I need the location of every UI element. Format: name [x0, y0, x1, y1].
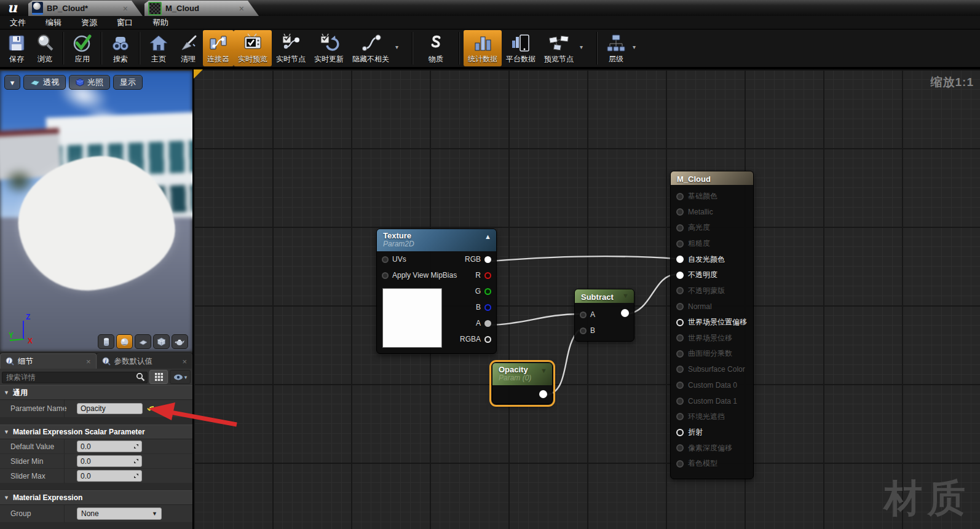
material-graph-canvas[interactable]: 缩放1:1 材质 Texture Param2D ▲ UVs Apply Vie… — [194, 69, 980, 529]
preview-shape-cube-button[interactable] — [153, 334, 170, 349]
wire-texture-rgb-to-emissive[interactable] — [491, 256, 676, 261]
node-opacity-param[interactable]: Opacity Param (0) ▼ — [492, 362, 553, 404]
dropdown-caret-icon[interactable]: ▾ — [580, 44, 583, 50]
material-pin-base-color[interactable]: 基础颜色 — [671, 189, 753, 205]
live-preview-button[interactable]: 实时预览 — [234, 30, 272, 66]
node-subtract[interactable]: Subtract ▼ A B — [574, 289, 634, 342]
stats-button[interactable]: 统计数据 — [464, 30, 502, 66]
lit-mode-button[interactable]: 光照 — [69, 75, 110, 90]
preview-node-button[interactable]: 预览节点 ▾ — [540, 30, 578, 66]
material-pin-refraction[interactable]: 折射 — [671, 425, 753, 441]
material-pin-normal[interactable]: Normal — [671, 299, 753, 315]
search-button[interactable]: 搜索 — [106, 30, 135, 66]
material-pin-shading-model[interactable]: 着色模型 — [671, 456, 753, 472]
tab-bp-cloud[interactable]: BP_Cloud* × — [28, 1, 143, 16]
pin-circle-icon[interactable] — [676, 398, 684, 405]
material-pin-opacity[interactable]: 不透明度 — [671, 267, 753, 283]
save-button[interactable]: 保存 — [2, 30, 31, 66]
close-icon[interactable]: × — [182, 357, 187, 366]
clean-up-button[interactable]: 清理 — [173, 30, 203, 66]
material-pin-custom-data-0[interactable]: Custom Data 0 — [671, 377, 753, 393]
property-matrix-button[interactable] — [149, 370, 168, 384]
material-pin-opacity-mask[interactable]: 不透明蒙版 — [671, 283, 753, 299]
material-pin-specular[interactable]: 高光度 — [671, 220, 753, 236]
pin-circle-icon[interactable] — [580, 327, 587, 334]
pin-circle-icon[interactable] — [676, 366, 684, 373]
browse-button[interactable]: 浏览 — [31, 30, 59, 66]
pin-opacity-output[interactable] — [539, 390, 547, 398]
reset-to-default-icon[interactable] — [146, 405, 155, 413]
pin-r[interactable]: R — [377, 267, 496, 283]
hide-unrelated-button[interactable]: 隐藏不相关 ▾ — [348, 30, 393, 66]
pin-circle-icon[interactable] — [484, 336, 491, 343]
collapse-node-icon[interactable]: ▲ — [484, 233, 491, 240]
pin-circle-icon[interactable] — [484, 320, 491, 327]
preview-shape-cylinder-button[interactable] — [98, 334, 114, 349]
pin-circle-icon[interactable] — [484, 256, 491, 263]
substance-button[interactable]: 物质 — [417, 30, 455, 66]
node-header[interactable]: Subtract ▼ — [575, 289, 634, 303]
node-header[interactable]: Opacity Param (0) ▼ — [492, 363, 552, 385]
material-pin-ambient-occlusion[interactable]: 环境光遮挡 — [671, 409, 753, 425]
drag-handle-icon[interactable] — [133, 458, 139, 464]
show-button[interactable]: 显示 — [113, 75, 143, 90]
hierarchy-button[interactable]: 层级 ▾ — [601, 30, 631, 66]
pin-circle-icon[interactable] — [676, 319, 684, 326]
pin-circle-icon[interactable] — [676, 272, 684, 279]
viewport-options-dropdown[interactable]: ▾ — [4, 75, 20, 90]
material-pin-custom-data-1[interactable]: Custom Data 1 — [671, 393, 753, 409]
pin-circle-icon[interactable] — [484, 304, 491, 311]
pin-circle-icon[interactable] — [676, 429, 684, 436]
apply-button[interactable]: 应用 — [68, 30, 97, 66]
node-texture-param2d[interactable]: Texture Param2D ▲ UVs Apply View MipBias… — [376, 229, 497, 354]
pin-circle-icon[interactable] — [676, 240, 684, 248]
node-m-cloud-result[interactable]: M_Cloud 基础颜色 Metallic 高光度 粗糙度 自发光颜色 不透明度… — [670, 171, 754, 479]
pin-circle-icon[interactable] — [484, 272, 491, 279]
pin-circle-icon[interactable] — [676, 303, 684, 310]
pin-circle-icon[interactable] — [676, 224, 684, 232]
menu-item-assets[interactable]: 资源 — [71, 17, 107, 28]
menu-item-file[interactable]: 文件 — [0, 17, 36, 28]
live-update-button[interactable]: 实时更新 — [310, 30, 348, 66]
pin-circle-icon[interactable] — [676, 460, 684, 468]
pin-subtract-output[interactable] — [621, 309, 629, 317]
material-pin-world-position-offset[interactable]: 世界场景位置偏移 — [671, 315, 753, 331]
material-pin-metallic[interactable]: Metallic — [671, 205, 753, 221]
details-search-input[interactable] — [2, 372, 148, 383]
pin-circle-icon[interactable] — [676, 256, 684, 263]
menu-item-window[interactable]: 窗口 — [107, 17, 143, 28]
connectors-button[interactable]: 连接器 — [203, 30, 234, 66]
platform-stats-button[interactable]: 平台数据 — [502, 30, 540, 66]
default-value-input[interactable] — [77, 442, 133, 452]
pin-rgb[interactable]: RGB — [377, 251, 496, 267]
parameter-name-input[interactable] — [77, 403, 143, 414]
slider-max-input[interactable] — [77, 471, 133, 481]
view-filter-button[interactable]: ▾ — [170, 370, 191, 384]
close-icon[interactable]: × — [86, 357, 91, 366]
close-icon[interactable]: × — [238, 4, 245, 14]
menu-item-help[interactable]: 帮助 — [143, 17, 178, 28]
pin-circle-icon[interactable] — [676, 350, 684, 358]
collapse-node-icon[interactable]: ▼ — [540, 367, 547, 374]
preview-shape-sphere-button[interactable] — [116, 334, 133, 349]
home-button[interactable]: 主页 — [144, 30, 173, 66]
section-material-expression-header[interactable]: ▼ Material Expression — [0, 490, 192, 505]
node-header[interactable]: M_Cloud — [671, 171, 753, 185]
pin-circle-icon[interactable] — [676, 413, 684, 420]
dropdown-caret-icon[interactable]: ▾ — [633, 44, 636, 50]
node-header[interactable]: Texture Param2D ▲ — [377, 229, 496, 251]
close-icon[interactable]: × — [122, 4, 129, 14]
preview-shape-teapot-button[interactable] — [172, 334, 188, 349]
material-preview-viewport[interactable]: ▾ 透视 光照 显示 Z Y X — [0, 71, 192, 351]
wire-texture-a-to-subtract-a[interactable] — [491, 314, 579, 325]
pin-circle-icon[interactable] — [484, 288, 491, 295]
slider-min-input[interactable] — [77, 457, 133, 466]
pin-circle-icon[interactable] — [676, 193, 684, 200]
group-dropdown[interactable]: None ▼ — [77, 507, 162, 520]
pin-subtract-b[interactable]: B — [575, 323, 634, 339]
pin-circle-icon[interactable] — [676, 208, 684, 216]
pin-circle-icon[interactable] — [676, 382, 684, 389]
tab-m-cloud[interactable]: M_Cloud × — [144, 1, 259, 16]
dropdown-caret-icon[interactable]: ▾ — [395, 44, 398, 50]
drag-handle-icon[interactable] — [133, 444, 139, 449]
